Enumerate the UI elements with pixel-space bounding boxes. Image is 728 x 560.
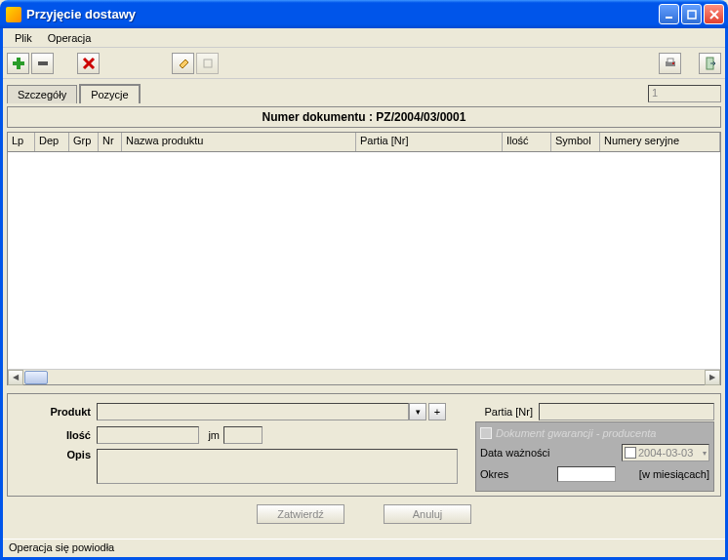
app-icon [6, 7, 21, 22]
product-dropdown-icon[interactable]: ▾ [409, 403, 426, 420]
col-dep[interactable]: Dep [35, 133, 69, 151]
doc-header-label: Numer dokumentu : [263, 110, 373, 124]
window-title: Przyjęcie dostawy [26, 7, 659, 21]
copy-button[interactable] [196, 53, 219, 74]
svg-point-8 [672, 62, 674, 64]
doc-number: PZ/2004/03/0001 [376, 110, 465, 124]
toolbar [3, 48, 725, 79]
tab-details[interactable]: Szczegóły [7, 85, 77, 103]
dialog-buttons: Zatwierdź Anuluj [3, 500, 725, 534]
svg-rect-5 [204, 60, 212, 67]
warranty-title: Dokument gwarancji - producenta [496, 427, 656, 439]
qty-label: Ilość [14, 429, 97, 441]
period-label: Okres [480, 468, 553, 480]
delete-button[interactable] [77, 53, 100, 74]
titlebar: Przyjęcie dostawy [0, 0, 728, 28]
period-unit: [w miesiącach] [620, 468, 709, 480]
horizontal-scrollbar[interactable]: ◀ ▶ [8, 369, 720, 384]
col-qty[interactable]: Ilość [503, 133, 551, 151]
svg-rect-0 [666, 17, 672, 19]
tabs: Szczegóły Pozycje 1 [3, 79, 725, 102]
table-header: Lp Dep Grp Nr Nazwa produktu Partia [Nr]… [8, 133, 720, 152]
menu-file[interactable]: Plik [7, 30, 40, 46]
unit-input[interactable] [223, 426, 263, 444]
qty-input[interactable] [97, 426, 199, 444]
page-number-box: 1 [648, 85, 721, 102]
product-add-button[interactable]: + [428, 403, 446, 420]
product-input[interactable] [97, 403, 409, 420]
col-symbol[interactable]: Symbol [551, 133, 600, 151]
erase-button[interactable] [172, 53, 194, 74]
calendar-icon [625, 447, 636, 459]
exit-button[interactable] [699, 53, 721, 74]
expiry-date-value: 2004-03-03 [638, 447, 693, 459]
items-table: Lp Dep Grp Nr Nazwa produktu Partia [Nr]… [7, 132, 721, 385]
confirm-button[interactable]: Zatwierdź [257, 504, 344, 524]
product-label: Produkt [14, 406, 97, 418]
scroll-right-icon[interactable]: ▶ [705, 370, 720, 385]
status-text: Operacja się powiodła [9, 541, 114, 553]
cancel-button[interactable]: Anuluj [384, 504, 471, 524]
col-serials[interactable]: Numery seryjne [600, 133, 720, 151]
menu-operation[interactable]: Operacja [40, 30, 100, 46]
desc-label: Opis [14, 449, 97, 460]
col-nr[interactable]: Nr [99, 133, 122, 151]
chevron-down-icon[interactable]: ▾ [703, 449, 707, 458]
expiry-date-input[interactable]: 2004-03-03 ▾ [622, 444, 709, 461]
statusbar: Operacja się powiodła [3, 539, 725, 557]
warranty-group: Dokument gwarancji - producenta Data waż… [475, 421, 714, 492]
add-button[interactable] [7, 53, 29, 74]
svg-rect-3 [13, 61, 24, 65]
minimize-button[interactable] [659, 4, 679, 24]
batch-label: Partia [Nr] [475, 406, 539, 418]
remove-button[interactable] [31, 53, 54, 74]
warranty-checkbox[interactable] [480, 427, 492, 439]
unit-label: jm [199, 429, 223, 441]
maximize-button[interactable] [681, 4, 702, 24]
expiry-label: Data ważności [480, 447, 553, 459]
col-batch[interactable]: Partia [Nr] [356, 133, 503, 151]
scroll-thumb[interactable] [24, 371, 48, 384]
svg-rect-1 [688, 11, 696, 19]
col-lp[interactable]: Lp [8, 133, 35, 151]
svg-rect-4 [38, 61, 48, 65]
desc-input[interactable] [97, 449, 458, 484]
close-button[interactable] [704, 4, 724, 24]
col-product-name[interactable]: Nazwa produktu [122, 133, 356, 151]
svg-rect-7 [667, 59, 673, 62]
tab-items[interactable]: Pozycje [79, 84, 141, 103]
period-input[interactable] [557, 466, 616, 482]
document-header: Numer dokumentu : PZ/2004/03/0001 [7, 106, 721, 128]
col-grp[interactable]: Grp [69, 133, 99, 151]
menubar: Plik Operacja [3, 28, 725, 48]
scroll-left-icon[interactable]: ◀ [8, 370, 23, 385]
batch-input[interactable] [539, 403, 714, 420]
tool-print-button[interactable] [659, 53, 681, 74]
form-area: Produkt ▾ + Partia [Nr] Ilość jm Opis Do… [7, 393, 721, 497]
